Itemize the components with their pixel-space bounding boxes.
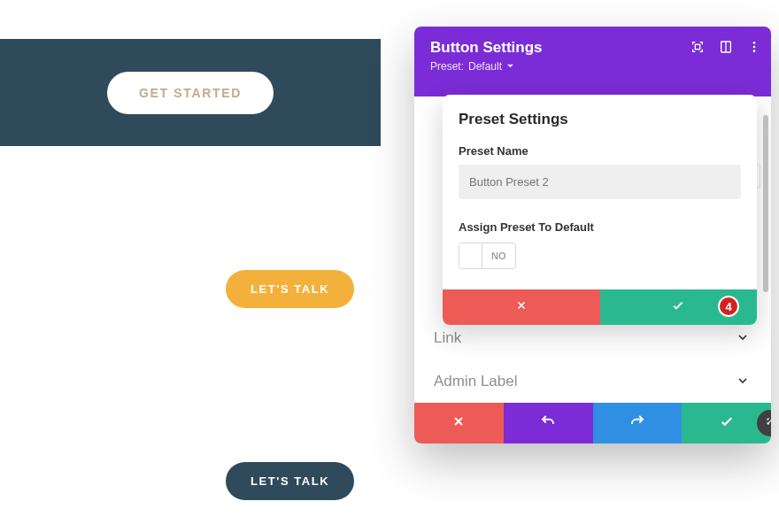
chevron-down-icon — [736, 374, 752, 389]
preset-confirm-button[interactable]: 4 — [600, 289, 758, 325]
accordion-admin-label-text: Admin Label — [434, 373, 518, 390]
lets-talk-button-dark[interactable]: LET'S TALK — [226, 462, 354, 500]
lets-talk-button-orange[interactable]: LET'S TALK — [226, 270, 354, 308]
menu-dots-icon[interactable] — [746, 39, 762, 55]
footer-redo-button[interactable] — [593, 403, 683, 443]
preset-name-input[interactable] — [459, 165, 741, 199]
preset-current: Default — [468, 60, 502, 73]
panel-scrollbar[interactable] — [763, 115, 768, 416]
svg-point-5 — [753, 50, 756, 52]
step-badge-4: 4 — [718, 296, 739, 317]
expand-icon[interactable] — [690, 39, 706, 55]
undo-icon — [540, 413, 556, 433]
chevron-down-icon — [506, 60, 514, 73]
svg-point-3 — [753, 42, 756, 44]
svg-point-4 — [753, 46, 756, 49]
preset-popover-actions: 4 — [443, 289, 757, 325]
accordion-link-label: Link — [434, 329, 461, 347]
footer-undo-button[interactable] — [504, 403, 593, 443]
chevron-down-icon — [736, 330, 752, 346]
close-icon — [451, 414, 466, 432]
close-icon — [515, 299, 528, 315]
preset-prefix: Preset: — [430, 60, 464, 73]
get-started-button[interactable]: GET STARTED — [107, 72, 274, 114]
toggle-knob — [459, 243, 482, 268]
footer-cancel-button[interactable] — [414, 403, 504, 443]
redo-icon — [629, 413, 645, 433]
button-settings-panel: Button Settings Preset: Default r ⋮ Pres… — [414, 27, 771, 443]
responsive-icon[interactable] — [718, 39, 734, 55]
check-icon — [671, 298, 685, 316]
assign-default-toggle[interactable]: NO — [459, 243, 516, 269]
check-icon — [719, 413, 735, 433]
svg-rect-0 — [695, 44, 699, 49]
panel-header: Button Settings Preset: Default — [414, 27, 771, 84]
preset-dropdown[interactable]: Preset: Default — [430, 60, 514, 73]
preset-name-label: Preset Name — [443, 135, 757, 165]
preset-popover-heading: Preset Settings — [443, 95, 757, 135]
hero-band: GET STARTED — [0, 39, 381, 146]
scrollbar-thumb[interactable] — [763, 115, 768, 292]
row-3: LET'S TALK — [226, 462, 354, 500]
panel-header-actions — [690, 39, 762, 55]
panel-footer-actions — [414, 403, 771, 443]
assign-default-label: Assign Preset To Default — [443, 213, 757, 243]
preset-cancel-button[interactable] — [443, 289, 600, 325]
accordion-list: Link Admin Label — [414, 325, 771, 403]
row-2: LET'S TALK — [226, 270, 354, 308]
resize-icon — [764, 415, 771, 431]
toggle-state-text: NO — [482, 251, 515, 261]
accordion-link[interactable]: Link — [414, 323, 771, 359]
preset-settings-popover: Preset Settings Preset Name 3 Assign Pre… — [443, 95, 757, 325]
accordion-admin-label[interactable]: Admin Label — [414, 359, 771, 403]
